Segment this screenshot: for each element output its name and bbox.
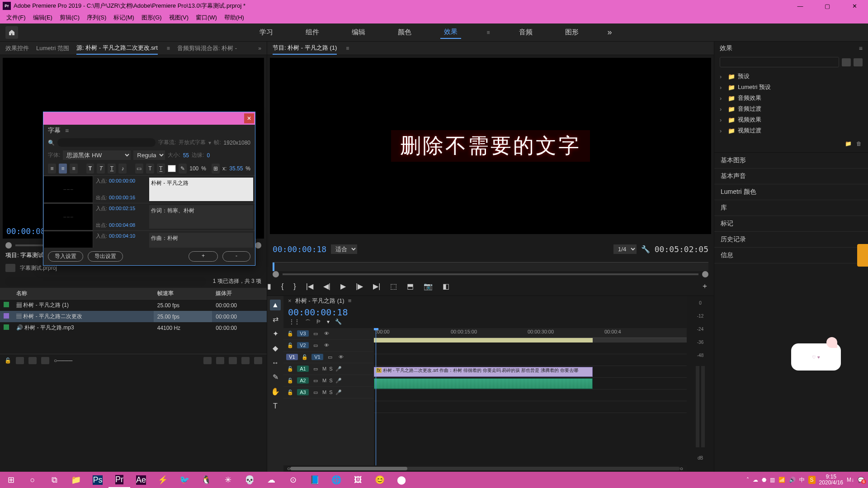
step-back-button[interactable]: ◀|: [323, 282, 330, 291]
taskbar-app[interactable]: ⊙: [282, 472, 304, 488]
taskbar-app[interactable]: 😊: [369, 472, 391, 488]
lock-icon[interactable]: 🔓: [286, 331, 294, 337]
timeline-timecode[interactable]: 00:00:00:18: [288, 307, 348, 318]
slip-tool[interactable]: ↔: [270, 357, 281, 368]
panel-essential-graphics[interactable]: 基本图形: [714, 153, 868, 169]
taskbar-app[interactable]: ⬤: [391, 472, 412, 488]
work-area[interactable]: [374, 338, 687, 343]
import-settings-button[interactable]: 导入设置: [48, 251, 83, 262]
program-timecode[interactable]: 00:00:00:18: [273, 244, 326, 254]
panel-info[interactable]: 信息: [714, 248, 868, 263]
export-settings-button[interactable]: 导出设置: [88, 251, 123, 262]
sequence-tab[interactable]: 朴树 - 平凡之路 (1): [295, 297, 344, 305]
captions-search[interactable]: [57, 138, 156, 147]
desktop-mascot[interactable]: ♡ ♥: [791, 343, 841, 371]
tray-notifications[interactable]: 💬6: [858, 477, 864, 483]
captions-titlebar[interactable]: ✕: [43, 112, 255, 125]
go-out-button[interactable]: ▶|: [373, 282, 380, 291]
razor-tool[interactable]: ◆: [270, 343, 281, 354]
mark-clip-button[interactable]: }: [293, 282, 296, 291]
effects-folder[interactable]: ›📁视频效果: [720, 114, 863, 125]
eyedropper-button[interactable]: ✎: [179, 164, 187, 174]
home-button[interactable]: [5, 26, 18, 39]
new-item-button[interactable]: [241, 357, 250, 364]
caption-item[interactable]: — — — 入点:00:00:00:00 出点:00:00:00:16 朴树 -…: [43, 175, 255, 203]
selection-tool[interactable]: ▲: [270, 300, 281, 310]
italic-button[interactable]: T: [97, 164, 105, 174]
program-scrubber[interactable]: [273, 262, 708, 271]
eye-icon[interactable]: 👁: [322, 331, 330, 336]
panel-menu-icon[interactable]: ≡: [346, 45, 349, 52]
marker-icon[interactable]: 🏳: [316, 319, 321, 326]
mark-out-button[interactable]: {: [281, 282, 283, 291]
panel-essential-sound[interactable]: 基本声音: [714, 169, 868, 184]
taskbar-app[interactable]: ✳: [217, 472, 239, 488]
taskbar-app[interactable]: 🌐: [326, 472, 347, 488]
time-ruler[interactable]: :00:00 00:00:15:00 00:00:30:00 00:00:4: [374, 328, 687, 338]
fit-select[interactable]: 适合: [331, 244, 357, 254]
effects-folder[interactable]: ›📁Lumetri 预设: [720, 82, 863, 93]
taskbar-app[interactable]: 📁: [65, 472, 87, 488]
step-fwd-button[interactable]: |▶: [356, 282, 363, 291]
link-icon[interactable]: ⌒: [305, 319, 311, 326]
track-select-tool[interactable]: ⇄: [270, 314, 281, 325]
panel-history[interactable]: 历史记录: [714, 232, 868, 248]
taskbar-app[interactable]: 🖼: [347, 472, 369, 488]
button-editor[interactable]: ＋: [701, 282, 708, 291]
close-button[interactable]: ✕: [841, 0, 868, 12]
x-value[interactable]: 35.55: [229, 165, 243, 172]
menu-view[interactable]: 视图(V): [166, 13, 191, 23]
timeline-zoom[interactable]: ○○: [283, 465, 687, 472]
tab-source[interactable]: 源: 朴树 - 平凡之路二次更改.srt: [76, 42, 158, 55]
align-left-button[interactable]: ≡: [48, 164, 56, 174]
add-caption-button[interactable]: +: [189, 251, 218, 262]
audio-clip[interactable]: [374, 378, 593, 389]
project-row[interactable]: ▦ 朴树 - 平凡之路 (1) 25.00 fps00:00:00: [0, 300, 267, 311]
tab-audio-mixer[interactable]: 音频剪辑混合器: 朴树 -: [177, 42, 237, 54]
taskbar-app[interactable]: 🐦: [174, 472, 195, 488]
caption-text[interactable]: 作词：韩寒、朴树: [149, 205, 253, 229]
menu-file[interactable]: 文件(F): [4, 13, 28, 23]
tray-icon[interactable]: ⬣: [762, 477, 766, 483]
edge-value[interactable]: 0: [207, 152, 210, 159]
music-button[interactable]: ♪: [118, 164, 127, 174]
extract-button[interactable]: ⬒: [407, 282, 414, 291]
tab-overflow[interactable]: »: [258, 45, 261, 52]
align-right-button[interactable]: ≡: [70, 164, 78, 174]
snap-icon[interactable]: ⋮⋮: [289, 319, 300, 326]
stroke-button[interactable]: T̲: [157, 164, 165, 174]
taskbar-app[interactable]: 🐧: [195, 472, 217, 488]
panel-menu-icon[interactable]: ≡: [859, 45, 863, 52]
find-button[interactable]: [216, 357, 224, 364]
position-grid-button[interactable]: ⊞: [212, 164, 220, 174]
scrub-knob[interactable]: [273, 271, 279, 277]
menu-edit[interactable]: 编辑(E): [30, 13, 55, 23]
effects-search[interactable]: [720, 57, 839, 67]
tray-icon[interactable]: S: [808, 476, 816, 484]
font-select[interactable]: 思源黑体 HW: [63, 150, 131, 160]
caption-text[interactable]: 作曲：朴树: [149, 233, 253, 248]
bold-button[interactable]: T: [86, 164, 94, 174]
panel-libraries[interactable]: 库: [714, 200, 868, 216]
mic-icon[interactable]: 🎤: [335, 366, 342, 372]
scrub-knob-r[interactable]: [255, 242, 261, 249]
weight-select[interactable]: Regular: [133, 150, 165, 160]
new-bin-icon[interactable]: 📁: [845, 141, 852, 147]
lift-button[interactable]: ⬚: [390, 282, 397, 291]
go-in-button[interactable]: |◀: [306, 282, 313, 291]
menu-window[interactable]: 窗口(W): [193, 13, 220, 23]
caption-text[interactable]: 朴树 - 平凡之路: [149, 178, 253, 201]
project-search[interactable]: [5, 277, 206, 286]
taskbar-app[interactable]: ⚡: [152, 472, 174, 488]
align-center-button[interactable]: ≡: [59, 164, 67, 174]
tab-effect-controls[interactable]: 效果控件: [5, 42, 29, 54]
start-button[interactable]: ⊞: [0, 472, 22, 488]
tray-chevron[interactable]: ˄: [746, 477, 749, 483]
maximize-button[interactable]: ▢: [814, 0, 841, 12]
project-row[interactable]: ▤ 朴树 - 平凡之路二次更改 25.00 fps00:00:00: [0, 311, 267, 322]
taskbar-app[interactable]: 📘: [304, 472, 326, 488]
resolution-select[interactable]: 1/4: [613, 244, 637, 254]
ws-assembly[interactable]: 组件: [302, 26, 323, 38]
size-value[interactable]: 55: [183, 152, 189, 159]
tab-project[interactable]: 项目: 字幕测试: [5, 251, 44, 259]
